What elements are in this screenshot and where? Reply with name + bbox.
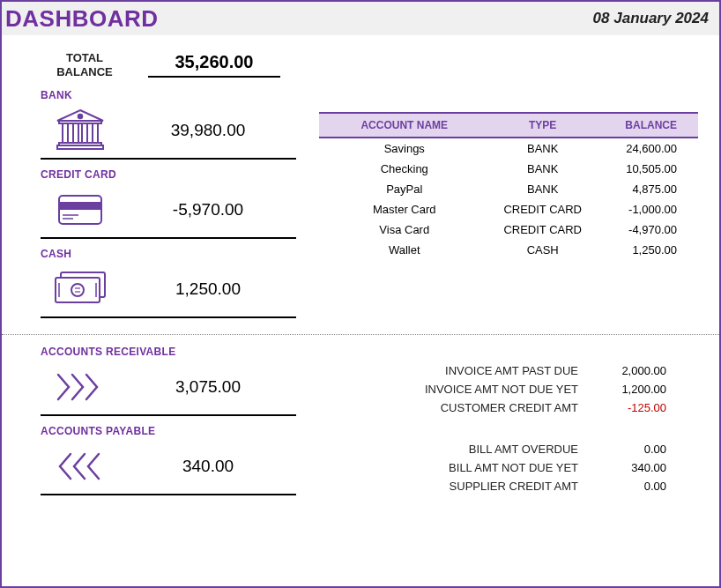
accounts-header-row: ACCOUNT NAME TYPE BALANCE: [319, 113, 698, 138]
credit-card-row: -5,970.00: [41, 184, 296, 239]
header-bar: DASHBOARD 08 January 2024: [2, 2, 719, 35]
section-divider: [2, 334, 719, 335]
bottom-left: ACCOUNTS RECEIVABLE 3,075.00 ACCOUNTS PA…: [2, 346, 319, 504]
ap-value: 340.00: [120, 457, 296, 476]
cash-value: 1,250.00: [120, 279, 296, 299]
cell-type: CASH: [490, 240, 596, 260]
kv-key: BILL AMT OVERDUE: [319, 443, 578, 456]
cash-row: 1,250.00: [41, 264, 296, 318]
kv-key: INVOICE AMT NOT DUE YET: [319, 383, 578, 396]
cell-type: BANK: [490, 159, 596, 179]
col-account-name: ACCOUNT NAME: [319, 113, 490, 138]
kv-key: SUPPLIER CREDIT AMT: [319, 480, 578, 493]
cash-label: CASH: [41, 248, 319, 260]
col-balance: BALANCE: [596, 113, 698, 138]
left-column: BANK 39,980.00: [2, 89, 319, 327]
kv-row: BILL AMT NOT DUE YET340.00: [319, 458, 666, 477]
svg-rect-8: [57, 145, 103, 149]
kv-row: INVOICE AMT PAST DUE2,000.00: [319, 361, 666, 380]
cell-balance: 24,600.00: [596, 138, 698, 159]
report-date: 08 January 2024: [593, 10, 709, 27]
bottom-right: INVOICE AMT PAST DUE2,000.00INVOICE AMT …: [319, 346, 719, 504]
bank-label: BANK: [41, 89, 319, 101]
ar-row: 3,075.00: [41, 361, 296, 416]
bank-row: 39,980.00: [41, 105, 296, 160]
bottom-area: ACCOUNTS RECEIVABLE 3,075.00 ACCOUNTS PA…: [2, 346, 719, 504]
kv-key: CUSTOMER CREDIT AMT: [319, 401, 578, 414]
kv-key: INVOICE AMT PAST DUE: [319, 364, 578, 377]
cell-name: Wallet: [319, 240, 490, 260]
table-row: SavingsBANK24,600.00: [319, 138, 698, 159]
cell-type: CREDIT CARD: [490, 220, 596, 240]
svg-rect-14: [56, 278, 100, 302]
svg-rect-4: [73, 123, 78, 143]
ap-row: 340.00: [41, 441, 296, 495]
page-title: DASHBOARD: [5, 5, 159, 33]
total-label-l1: TOTAL: [66, 51, 103, 64]
svg-rect-5: [82, 123, 87, 143]
svg-point-1: [78, 115, 83, 119]
kv-value: 0.00: [578, 480, 666, 493]
cell-type: BANK: [490, 138, 596, 159]
cell-balance: 4,875.00: [596, 179, 698, 199]
kv-value: 2,000.00: [578, 364, 666, 377]
kv-value: 0.00: [578, 443, 666, 456]
table-row: WalletCASH1,250.00: [319, 240, 698, 260]
col-type: TYPE: [490, 113, 596, 138]
cell-name: PayPal: [319, 179, 490, 199]
cell-balance: -4,970.00: [596, 220, 698, 240]
total-balance-value: 35,260.00: [148, 52, 280, 78]
kv-key: BILL AMT NOT DUE YET: [319, 461, 578, 474]
ar-value: 3,075.00: [120, 377, 296, 397]
kv-row: CUSTOMER CREDIT AMT-125.00: [319, 398, 666, 417]
bank-value: 39,980.00: [120, 121, 296, 140]
credit-card-icon: [41, 186, 120, 234]
kv-value: 1,200.00: [578, 383, 666, 396]
cell-balance: -1,000.00: [596, 199, 698, 220]
credit-card-label: CREDIT CARD: [41, 168, 319, 181]
credit-card-value: -5,970.00: [120, 200, 296, 220]
svg-rect-3: [63, 123, 68, 143]
kv-value: -125.00: [578, 401, 666, 414]
cell-name: Master Card: [319, 199, 490, 220]
cell-type: BANK: [490, 179, 596, 199]
cell-type: CREDIT CARD: [490, 199, 596, 220]
table-row: Visa CardCREDIT CARD-4,970.00: [319, 220, 698, 240]
kv-value: 340.00: [578, 461, 666, 474]
kv-row: INVOICE AMT NOT DUE YET1,200.00: [319, 380, 666, 398]
cell-name: Visa Card: [319, 220, 490, 240]
ap-label: ACCOUNTS PAYABLE: [41, 425, 319, 437]
total-balance-label: TOTAL BALANCE: [41, 51, 129, 78]
ar-label: ACCOUNTS RECEIVABLE: [41, 346, 319, 358]
cash-icon: [41, 265, 120, 313]
kv-row: SUPPLIER CREDIT AMT0.00: [319, 477, 666, 495]
cell-name: Savings: [319, 138, 490, 159]
kv-row: BILL AMT OVERDUE0.00: [319, 440, 666, 458]
accounts-table: ACCOUNT NAME TYPE BALANCE SavingsBANK24,…: [319, 112, 698, 260]
svg-rect-6: [93, 123, 98, 143]
total-label-l2: BALANCE: [56, 65, 113, 78]
main-area: BANK 39,980.00: [2, 84, 719, 327]
table-row: Master CardCREDIT CARD-1,000.00: [319, 199, 698, 220]
cell-balance: 1,250.00: [596, 240, 698, 260]
cell-balance: 10,505.00: [596, 159, 698, 179]
right-column: ACCOUNT NAME TYPE BALANCE SavingsBANK24,…: [319, 89, 719, 327]
payable-icon: [41, 443, 120, 490]
bank-icon: [41, 107, 120, 154]
total-balance-row: TOTAL BALANCE 35,260.00: [2, 35, 719, 84]
table-row: CheckingBANK10,505.00: [319, 159, 698, 179]
table-row: PayPalBANK4,875.00: [319, 179, 698, 199]
cell-name: Checking: [319, 159, 490, 179]
svg-rect-10: [59, 203, 101, 209]
receivable-icon: [41, 363, 120, 411]
